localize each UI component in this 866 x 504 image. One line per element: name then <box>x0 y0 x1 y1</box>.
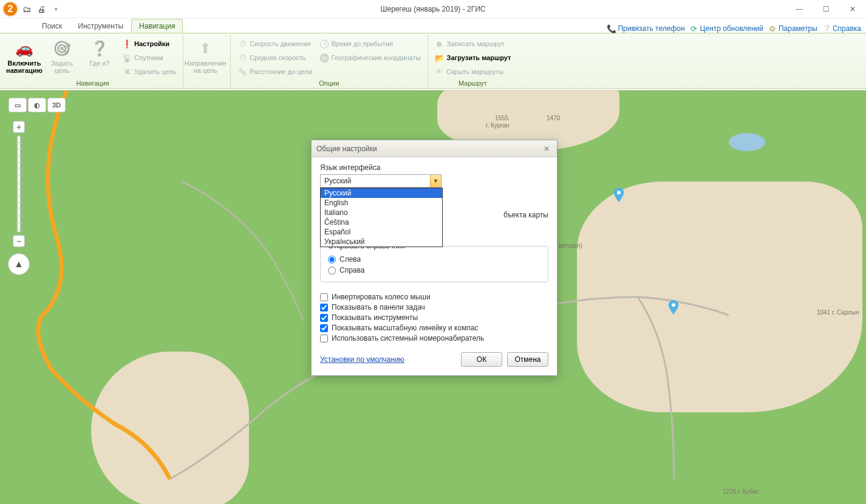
qat-dropdown-icon[interactable]: ▾ <box>50 3 62 15</box>
distance-button[interactable]: 📏Расстояние до цели <box>234 65 315 78</box>
car-icon: 🚗 <box>15 39 34 58</box>
nav-settings-label: Настройки <box>134 40 169 47</box>
refresh-icon: ⟳ <box>690 24 698 33</box>
tab-search[interactable]: Поиск <box>34 19 70 33</box>
load-route-button[interactable]: 📂Загрузить маршрут <box>432 51 514 64</box>
chk-invert-label: Инвертировать колесо мыши <box>332 293 431 301</box>
map-3d-button[interactable]: 3D <box>47 98 66 112</box>
chk-tools-label: Показывать инструменты <box>332 313 418 322</box>
map-ruler-button[interactable]: ▭ <box>9 98 27 112</box>
satellites-button[interactable]: 📡Спутники <box>119 51 179 64</box>
defaults-link[interactable]: Установки по умолчанию <box>320 355 404 364</box>
compass-button[interactable]: ▲ <box>8 253 30 275</box>
satellite-icon: 📡 <box>122 53 132 63</box>
nav-settings-button[interactable]: ❗Настройки <box>119 37 179 50</box>
ok-button[interactable]: ОК <box>461 352 502 367</box>
qat-print-icon[interactable]: 🖨 <box>35 3 47 15</box>
chk-invert-row[interactable]: Инвертировать колесо мыши <box>320 293 548 301</box>
link-bind-phone[interactable]: 📞Привязать телефон <box>607 24 684 33</box>
link-parameters[interactable]: ⚙Параметры <box>768 24 817 33</box>
dialog-titlebar[interactable]: Общие настройки ✕ <box>312 140 557 157</box>
lang-option-es[interactable]: Español <box>321 227 442 237</box>
settings-small-icon: ❗ <box>122 39 132 49</box>
chk-ruler[interactable] <box>320 324 328 332</box>
chk-ruler-row[interactable]: Показывать масштабную линейку и компас <box>320 324 548 332</box>
chk-taskbar[interactable] <box>320 304 328 312</box>
window-title: Шерегеш (январь 2019) - 2ГИС <box>0 5 866 13</box>
avg-speed-button[interactable]: ⏱Средняя скорость <box>234 51 315 64</box>
eta-button[interactable]: 🕒Время до прибытия <box>316 37 424 50</box>
combobox-dropdown-button[interactable]: ▼ <box>430 175 441 187</box>
coords-button[interactable]: 🌐Географические координаты <box>316 51 424 64</box>
link-help[interactable]: ❔Справка <box>822 24 861 33</box>
where-am-i-button[interactable]: ❓ Где я? <box>81 36 118 70</box>
eye-off-icon: 👁 <box>435 67 445 77</box>
speed-button[interactable]: ⏱Скорость движения <box>234 37 315 50</box>
chk-dialer[interactable] <box>320 335 328 342</box>
chk-taskbar-label: Показывать в панели задач <box>332 303 425 312</box>
location-icon: ❓ <box>90 39 109 58</box>
globe-icon: 🌐 <box>319 53 329 63</box>
chk-tools[interactable] <box>320 314 328 322</box>
where-am-i-label: Где я? <box>90 60 110 67</box>
chk-tools-row[interactable]: Показывать инструменты <box>320 313 548 322</box>
gear-icon: ⚙ <box>768 24 777 33</box>
delete-target-label: Удалить цель <box>134 68 176 75</box>
qat-icon-1[interactable]: 🗂 <box>21 3 33 15</box>
avg-speed-label: Средняя скорость <box>250 54 305 61</box>
map-label-sarlyn: 1041 г. Сарлын <box>817 309 859 316</box>
language-combobox[interactable]: Русский ▼ Русский English Italiano Češti… <box>320 174 442 188</box>
zoom-control: + − ▲ <box>12 121 26 275</box>
lang-option-it[interactable]: Italiano <box>321 208 442 217</box>
chk-taskbar-row[interactable]: Показывать в панели задач <box>320 303 548 312</box>
avg-speed-icon: ⏱ <box>237 53 247 63</box>
enable-navigation-button[interactable]: 🚗 Включить навигацию <box>6 36 43 77</box>
map-toggle-button[interactable]: ◐ <box>28 98 46 112</box>
radio-right[interactable] <box>328 267 336 274</box>
map-label-kurgan-alt: 1555 <box>495 115 508 121</box>
radio-left[interactable] <box>328 256 336 264</box>
chk-invert[interactable] <box>320 293 328 301</box>
partial-object-text: бъекта карты <box>503 211 548 219</box>
language-dropdown-list: Русский English Italiano Čeština Español… <box>320 188 443 247</box>
map-marker-1[interactable] <box>613 188 624 202</box>
map-marker-2[interactable] <box>668 300 679 315</box>
target-icon: 🎯 <box>52 39 72 58</box>
group-direction-title <box>187 77 227 87</box>
set-target-button[interactable]: 🎯 Задать цель <box>44 36 80 77</box>
link-bind-phone-label: Привязать телефон <box>618 24 684 33</box>
link-update-center[interactable]: ⟳Центр обновлений <box>690 24 763 33</box>
minimize-button[interactable]: — <box>786 0 813 18</box>
radio-right-row[interactable]: Справа <box>328 266 540 274</box>
maximize-button[interactable]: ☐ <box>813 0 839 18</box>
zoom-out-button[interactable]: − <box>13 235 25 247</box>
zoom-in-button[interactable]: + <box>13 121 25 133</box>
record-route-button[interactable]: ⏺Записать маршрут <box>432 37 514 50</box>
record-icon: ⏺ <box>435 39 445 49</box>
app-logo[interactable]: 2 <box>2 1 18 17</box>
zoom-slider[interactable] <box>17 135 21 233</box>
hide-routes-button[interactable]: 👁Скрыть маршруты <box>432 65 514 78</box>
lang-option-ua[interactable]: Український <box>321 237 442 247</box>
tab-navigation[interactable]: Навигация <box>131 19 183 33</box>
direction-to-target-label: Направление на цель <box>185 60 227 74</box>
lang-option-en[interactable]: English <box>321 198 442 208</box>
load-route-label: Загрузить маршрут <box>447 54 511 61</box>
lang-option-ru[interactable]: Русский <box>321 188 442 198</box>
distance-label: Расстояние до цели <box>250 68 312 75</box>
delete-target-button[interactable]: ✖Удалить цель <box>119 65 179 78</box>
cancel-button[interactable]: Отмена <box>507 352 548 367</box>
chk-dialer-row[interactable]: Использовать системный номеронабиратель <box>320 334 548 342</box>
enable-navigation-label: Включить навигацию <box>6 60 43 74</box>
radio-left-label: Слева <box>339 255 361 264</box>
direction-to-target-button[interactable]: ⬆ Направление на цель <box>187 36 223 77</box>
radio-left-row[interactable]: Слева <box>328 255 540 264</box>
delete-icon: ✖ <box>122 67 132 77</box>
dialog-close-button[interactable]: ✕ <box>541 143 552 154</box>
lang-option-cz[interactable]: Čeština <box>321 217 442 227</box>
close-button[interactable]: ✕ <box>839 0 866 18</box>
map-label-kubes: 1226 г. Кубес <box>723 488 759 495</box>
tab-tools[interactable]: Инструменты <box>70 19 131 33</box>
link-parameters-label: Параметры <box>779 24 817 33</box>
language-combobox-value: Русский <box>321 177 430 185</box>
